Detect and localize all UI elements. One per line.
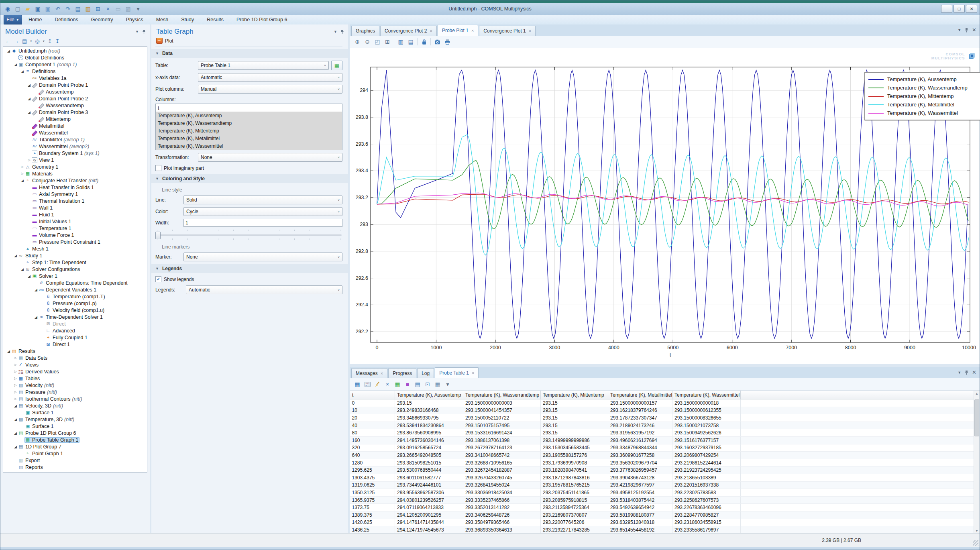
undo-icon[interactable]: ↶ [54,5,62,12]
tree-item-tables[interactable]: ▷▦Tables [3,375,147,382]
tree-item-step-1-time-dependent[interactable]: ≈Step 1: Time Dependent [3,259,147,266]
scroll-up-icon[interactable]: ▲ [974,391,980,396]
tree-expander-icon[interactable]: ▷ [20,172,24,175]
table-row[interactable]: 20293.348669330795293.1500052110722293.1… [350,414,980,422]
table-cell[interactable]: 293.15009492562626 [672,429,741,437]
redo-icon[interactable]: ↷ [64,5,72,12]
table-cell[interactable]: 293.249833166468 [395,407,463,414]
table-cell[interactable]: 293.2169807370807 [541,511,608,519]
width-slider[interactable] [155,230,342,240]
tree-item-derived-values[interactable]: ▷8.85e-12Derived Values [3,368,147,375]
table-cell[interactable]: 293.33487968844344 [608,444,672,452]
tree-item-surface-1[interactable]: ▣Surface 1 [3,409,147,416]
menu-arrow-icon[interactable]: ▾ [30,39,32,43]
table-cell[interactable]: 293.5492639654942 [608,504,672,511]
table-settings-icon[interactable]: ▦ [434,381,441,388]
pin-icon[interactable] [965,370,968,375]
table-header-cell[interactable]: Temperature (K), Aussentemp [395,391,463,399]
close-button[interactable]: ✕ [966,5,977,13]
tree-item-aussentemp[interactable]: Aussentemp [3,88,147,95]
tree-item-dependent-variables-1[interactable]: ◢uvwDependent Variables 1 [3,286,147,293]
table-cell[interactable]: 293.6011061582777 [395,474,463,481]
save-icon[interactable]: ▣ [34,5,42,12]
table-cell[interactable]: 293.32688710956165 [463,459,541,466]
table-cell[interactable]: 293.21986152244614 [672,459,741,466]
table-cell[interactable]: 293.32670433260745 [463,474,541,481]
tree-item-definitions[interactable]: ◢≡Definitions [3,68,147,75]
xaxis-select[interactable]: Automatic ˅ [198,73,342,82]
cell-color-icon[interactable]: ■ [404,381,411,388]
section-data[interactable]: ▼ Data [151,49,348,58]
table-row[interactable]: 640293.2665492048505293.3410048665742293… [350,452,980,459]
table-cell[interactable]: 293.15000041454357 [463,407,541,414]
table-cell[interactable]: 293.15303456583445 [541,444,608,452]
width-input[interactable]: 1 [183,219,342,227]
export-table-icon[interactable]: ▦ [394,381,401,388]
tab-probe-table-1[interactable]: Probe Table 1× [435,367,479,378]
table-cell[interactable]: 293.0916258565724 [395,444,463,452]
table-cell[interactable]: 293.22678363460096 [672,504,741,511]
table-cell[interactable]: 293.53941834230864 [395,422,463,429]
table-cell[interactable]: 293.15000000612355 [672,407,741,414]
table-row[interactable]: 1350.3125293.95563962587306293.330369184… [350,489,980,497]
table-cell[interactable]: 293.8673560908995 [395,429,463,437]
columns-list-item[interactable]: Temperature (K), Metallmittel [156,134,342,142]
tree-item-geometry-1[interactable]: ▷△Geometry 1 [3,163,147,170]
tree-expander-icon[interactable]: ◢ [20,179,24,183]
tree-item-temperature-3d[interactable]: ◢▤Temperature, 3D(nitf) [3,416,147,423]
table-cell[interactable]: 293.26729787164123 [463,444,541,452]
table-cell[interactable]: 293.2201516937338 [672,481,741,489]
table-row[interactable]: 1365.9375294.03801239526257293.333523746… [350,496,980,504]
tree-expander-icon[interactable]: ▷ [13,356,18,360]
zoom-box-icon[interactable]: ◰ [374,38,381,45]
table-cell[interactable]: 293.1501075157495 [463,422,541,429]
tree-item-wasserrandtemp[interactable]: Wasserrandtemp [3,102,147,109]
tree-item-probe-1d-plot-group-6[interactable]: ◢▤Probe 1D Plot Group 6 [3,430,147,436]
scrollbar-thumb[interactable] [974,399,979,436]
tree-item-thermal-insulation-1[interactable]: ▭Thermal Insulation 1 [3,198,147,204]
table-row[interactable]: 1319.0625293.7344924446101293.3268419455… [350,481,980,489]
table-cell[interactable]: 80 [350,429,395,437]
columns-list-item[interactable]: Temperature (K), Mittentemp [156,127,342,134]
table-header-cell[interactable]: Temperature (K), Mittentemp [541,391,608,399]
table-cell[interactable]: 294.07119064213833 [395,504,463,511]
plot-imaginary-checkbox[interactable] [155,165,161,171]
table-cell[interactable]: 293.15331616691424 [463,429,541,437]
duplicate-icon[interactable]: ⊞ [94,5,102,12]
table-cell[interactable]: 293.1886137061398 [463,436,541,444]
table-cell[interactable]: 640 [350,452,395,459]
open-file-icon[interactable]: ▰ [24,5,32,12]
close-pane-icon[interactable]: ✕ [972,27,976,33]
table-cell[interactable]: 1365.9375 [350,496,395,504]
x-axis-lines-icon[interactable]: ▥ [397,38,404,45]
table-cell[interactable]: 293.4219829677597 [608,481,672,489]
ribbon-tab-results[interactable]: Results [200,15,230,24]
table-cell[interactable]: 293.2189024173246 [608,422,672,429]
zoom-in-icon[interactable]: ⊕ [354,38,361,45]
tree-item-wassermittel[interactable]: Wassermittel [3,129,147,136]
table-cell[interactable]: 293.7344924446101 [395,481,463,489]
tree-item-reports[interactable]: ▤Reports [3,464,147,471]
tree-item-time-dependent-solver-1[interactable]: ◢≈Time-Dependent Solver 1 [3,314,147,320]
table-cell[interactable]: 293.23186034558915 [672,519,741,526]
columns-listbox[interactable]: tTemperature (K), AussentempTemperature … [155,104,342,150]
table-cell[interactable]: 10 [350,407,395,414]
table-cell[interactable]: 293.2069807429254 [672,452,741,459]
panel-menu-icon[interactable]: ▼ [334,30,337,34]
close-pane-icon[interactable]: ✕ [972,369,976,375]
tree-item-heat-transfer-in-solids-1[interactable]: ▬Heat Transfer in Solids 1 [3,184,147,191]
tree-item-component-1[interactable]: ◢▣Component 1(comp 1) [3,61,147,68]
ribbon-tab-probe-1d-plot-group-6[interactable]: Probe 1D Plot Group 6 [230,15,293,24]
table-select[interactable]: Probe Table 1 ˅ [198,61,329,70]
tree-expander-icon[interactable]: ◢ [6,349,11,353]
table-cell[interactable]: 40 [350,422,395,429]
table-cell[interactable]: 293.19578815765215 [541,481,608,489]
tree-item-velocity-field-comp1-u-[interactable]: ūVelocity field (comp1.u) [3,307,147,314]
image-snapshot-icon[interactable] [434,38,441,45]
tree-item-pressure[interactable]: ▷▤Pressure(nitf) [3,389,147,395]
table-cell[interactable]: 293.15000008326655 [672,414,741,422]
ribbon-tab-mesh[interactable]: Mesh [150,15,175,24]
tree-expander-icon[interactable]: ◢ [27,97,31,101]
table-plot-icon[interactable]: ▦ [354,381,361,388]
columns-list-item[interactable]: Temperature (K), Wassermittel [156,142,342,150]
